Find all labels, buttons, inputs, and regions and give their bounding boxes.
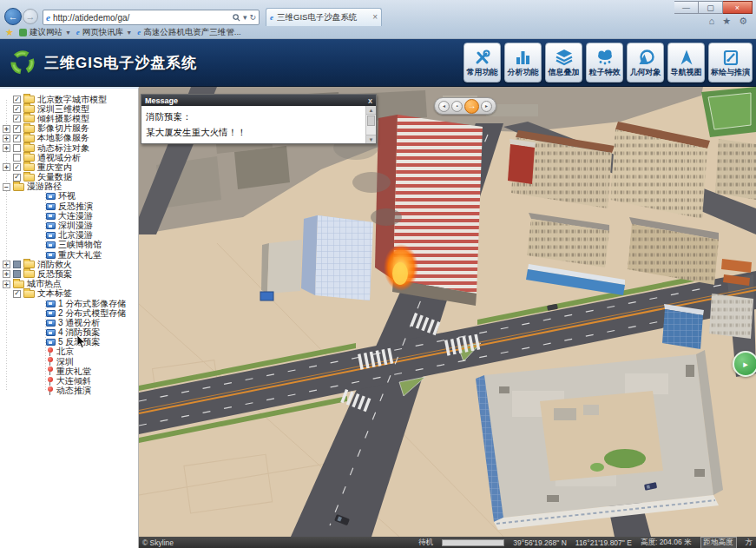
toolbar-button-particles[interactable]: 粒子特效 bbox=[586, 43, 623, 83]
scene-3d-render bbox=[139, 87, 756, 537]
tree-item[interactable]: 反恐预案 bbox=[0, 269, 138, 279]
webslice-icon: e bbox=[76, 29, 80, 36]
layer-checkbox[interactable] bbox=[13, 115, 21, 122]
layer-checkbox[interactable] bbox=[13, 105, 21, 113]
layer-checkbox[interactable] bbox=[13, 125, 21, 133]
expand-toggle-icon[interactable] bbox=[3, 163, 10, 171]
layer-type-icon bbox=[23, 163, 35, 171]
address-bar[interactable]: e http://atidedemo/ga/ ▾ ↻ bbox=[43, 10, 260, 25]
expand-toggle-icon[interactable] bbox=[3, 261, 10, 268]
favorite-item[interactable]: 建议网站 ▼ bbox=[19, 27, 71, 38]
browser-back-button[interactable]: ← bbox=[4, 8, 22, 25]
layer-checkbox[interactable] bbox=[13, 154, 21, 162]
layer-checkbox[interactable] bbox=[13, 174, 21, 182]
app-header: 三维GIS电子沙盘系统 常用功能 分析功能 bbox=[0, 39, 756, 87]
layer-label: 动态推演 bbox=[56, 385, 91, 397]
toolbar-button-overlay[interactable]: 信息叠加 bbox=[545, 43, 582, 83]
app-logo bbox=[9, 49, 36, 76]
ie-icon: e bbox=[46, 13, 50, 23]
favorites-bar: ★ 建议网站 ▼ e 网页快讯库 ▼ e 高速公路机电资产三维管... bbox=[0, 25, 756, 39]
layer-checkbox[interactable] bbox=[13, 96, 21, 103]
fire-effect bbox=[384, 244, 418, 291]
layer-type-icon bbox=[23, 105, 35, 113]
scene-status-bar: © Skyline 待机 39°56'19.268" N 116°21'19.8… bbox=[139, 537, 756, 548]
message-scrollbar[interactable]: ▲ ▼ bbox=[365, 106, 376, 143]
mode-label: 待机 bbox=[418, 538, 433, 548]
tree-item[interactable]: 动态推演 bbox=[0, 386, 138, 396]
url-text[interactable]: http://atidedemo/ga/ bbox=[53, 13, 230, 23]
favorites-icon[interactable]: ★ bbox=[5, 27, 14, 38]
layer-type-icon bbox=[46, 386, 54, 396]
message-popup: Message x 消防预案： 某大厦发生重大火情！！ ▲ ▼ bbox=[141, 94, 377, 144]
browser-chrome: ← → e http://atidedemo/ga/ ▾ ↻ e 三维GIS电子… bbox=[0, 0, 756, 39]
layer-type-icon bbox=[46, 339, 56, 346]
layer-type-icon bbox=[13, 183, 24, 191]
layer-type-icon bbox=[46, 357, 54, 366]
layer-type-icon bbox=[23, 96, 35, 103]
close-button[interactable]: × bbox=[723, 1, 753, 14]
browser-forward-button[interactable]: → bbox=[23, 9, 38, 24]
layer-type-icon bbox=[46, 320, 56, 327]
tree-item[interactable]: 矢量数据 bbox=[0, 173, 138, 182]
layer-checkbox[interactable] bbox=[13, 144, 21, 152]
layer-type-icon bbox=[23, 261, 35, 268]
stop-button[interactable]: ▪ bbox=[451, 101, 463, 112]
skip-back-button[interactable]: ◂ bbox=[438, 101, 450, 112]
close-icon[interactable]: x bbox=[368, 96, 372, 105]
toolbar-button-plotting[interactable]: 标绘与推演 bbox=[708, 43, 753, 83]
scroll-up-icon[interactable]: ▲ bbox=[366, 106, 376, 115]
layer-checkbox[interactable] bbox=[13, 290, 21, 298]
toolbar-label: 分析功能 bbox=[508, 67, 539, 78]
layer-type-icon bbox=[23, 115, 35, 122]
expand-toggle-icon[interactable] bbox=[3, 183, 10, 191]
layer-checkbox[interactable] bbox=[13, 270, 21, 278]
expand-toggle-icon[interactable] bbox=[3, 125, 10, 133]
layer-type-icon bbox=[46, 300, 56, 307]
toolbar-button-common[interactable]: 常用功能 bbox=[463, 43, 501, 83]
expand-toggle-icon[interactable] bbox=[3, 270, 10, 278]
expand-toggle-icon[interactable] bbox=[3, 135, 10, 142]
refresh-icon[interactable]: ↻ bbox=[249, 14, 256, 22]
layer-checkbox[interactable] bbox=[13, 261, 21, 268]
layer-checkbox[interactable] bbox=[13, 163, 21, 171]
browser-tab[interactable]: e 三维GIS电子沙盘系统 × bbox=[266, 8, 382, 26]
maximize-button[interactable]: ▢ bbox=[699, 1, 723, 14]
toolbar-button-geometry[interactable]: 几何对象 bbox=[627, 43, 664, 83]
expand-toggle-icon[interactable] bbox=[3, 281, 10, 288]
toolbar-label: 粒子特效 bbox=[589, 67, 621, 78]
scrollbar-thumb[interactable] bbox=[367, 116, 375, 126]
white-slab-building bbox=[261, 240, 302, 294]
toolbar-label: 常用功能 bbox=[467, 67, 498, 78]
layer-tree: 北京数字城市模型 深圳三维模型 倾斜摄影模型 bbox=[0, 89, 138, 396]
play-button[interactable]: → bbox=[464, 99, 479, 114]
layer-type-icon bbox=[46, 203, 56, 210]
scene-quick-button[interactable]: ▸ bbox=[733, 351, 756, 377]
application-window: ← → e http://atidedemo/ga/ ▾ ↻ e 三维GIS电子… bbox=[0, 0, 756, 548]
favorite-item[interactable]: e 高速公路机电资产三维管... bbox=[137, 27, 240, 38]
layer-type-icon bbox=[46, 329, 56, 336]
layer-checkbox[interactable] bbox=[13, 135, 21, 142]
copyright-label: © Skyline bbox=[142, 538, 174, 547]
scene-3d-viewport[interactable]: Message x 消防预案： 某大厦发生重大火情！！ ▲ ▼ ◂ ▪ → ▸ … bbox=[139, 87, 756, 548]
minimize-button[interactable]: — bbox=[674, 1, 699, 14]
layer-type-icon bbox=[23, 290, 35, 298]
search-icon[interactable] bbox=[233, 14, 240, 22]
load-progress-bar bbox=[442, 539, 504, 546]
ground-height-toggle[interactable]: 距地高度 bbox=[700, 537, 737, 548]
navigation-arrow-icon bbox=[677, 49, 696, 66]
expand-toggle-icon[interactable] bbox=[3, 144, 10, 152]
favorite-label: 高速公路机电资产三维管... bbox=[143, 27, 240, 38]
layer-type-icon bbox=[46, 252, 56, 259]
sports-field bbox=[701, 87, 756, 137]
layer-type-icon bbox=[46, 310, 56, 317]
autocomplete-dropdown-icon[interactable]: ▾ bbox=[243, 14, 247, 22]
toolbar-button-navigation[interactable]: 导航视图 bbox=[667, 43, 705, 83]
toolbar-button-analysis[interactable]: 分析功能 bbox=[504, 43, 542, 83]
skip-forward-button[interactable]: ▸ bbox=[481, 101, 492, 112]
favorite-item[interactable]: e 网页快讯库 ▼ bbox=[76, 27, 132, 38]
scroll-down-icon[interactable]: ▼ bbox=[366, 135, 376, 143]
function-toolbar: 常用功能 分析功能 信息叠加 bbox=[463, 43, 753, 83]
tab-close-icon[interactable]: × bbox=[372, 13, 378, 22]
message-popup-titlebar[interactable]: Message x bbox=[141, 95, 376, 106]
message-line: 某大厦发生重大火情！！ bbox=[146, 125, 361, 141]
